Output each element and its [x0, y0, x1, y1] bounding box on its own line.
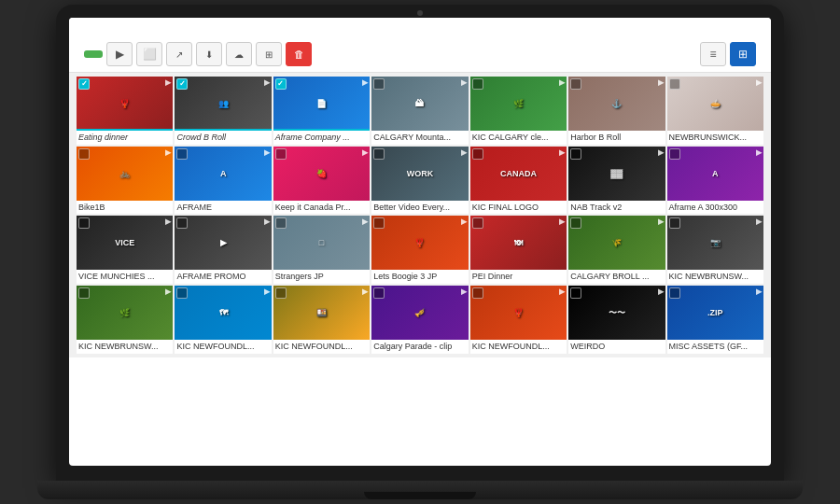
checkbox-icon[interactable] — [472, 148, 483, 160]
checkbox-icon[interactable] — [373, 217, 385, 229]
media-item[interactable]: 🍓▶Keep it Canada Pr... — [273, 147, 370, 215]
media-type-icon: ▶ — [461, 78, 467, 87]
media-item[interactable]: .zip▶MISC ASSETS (GF... — [667, 286, 763, 354]
cloud-button[interactable]: ☁ — [226, 42, 252, 66]
layout-button[interactable]: ⊞ — [256, 42, 282, 66]
media-item[interactable]: 🍽▶PEI Dinner — [470, 216, 567, 284]
media-type-icon: ▶ — [264, 217, 270, 226]
checkbox-icon[interactable] — [669, 148, 680, 160]
share-button[interactable]: ↗ — [166, 42, 192, 66]
checkbox-icon[interactable] — [570, 287, 581, 299]
media-item[interactable]: ▓▓▶NAB Track v2 — [568, 147, 665, 215]
media-item[interactable]: 📷▶KIC NEWBRUNSW... — [667, 216, 763, 284]
media-item[interactable]: 🍱▶KIC NEWFOUNDL... — [273, 286, 370, 354]
checkbox-icon[interactable] — [78, 148, 90, 160]
media-item-label: NEWBRUNSWICK... — [667, 131, 763, 145]
media-item-label: Aframe Company ... — [273, 131, 370, 145]
checkbox-icon[interactable] — [472, 287, 483, 299]
media-item[interactable]: 🎺▶Calgary Parade - clip — [371, 286, 468, 354]
media-type-icon: ▶ — [362, 148, 368, 157]
checkbox-icon[interactable] — [275, 217, 287, 229]
media-type-icon: ▶ — [559, 287, 565, 296]
checkbox-icon[interactable]: ✓ — [176, 78, 188, 90]
media-item[interactable]: WORK▶Better Video Every... — [371, 147, 468, 215]
media-type-icon: ▶ — [362, 217, 368, 226]
checkbox-icon[interactable] — [176, 148, 188, 160]
media-item-label: KIC FINAL LOGO — [470, 201, 567, 215]
media-type-icon: ▶ — [165, 78, 171, 87]
media-item[interactable]: 🗺▶KIC NEWFOUNDL... — [175, 286, 271, 354]
media-item[interactable]: 🦞▶Lets Boogie 3 JP — [371, 216, 468, 284]
media-item[interactable]: 〜〜▶WEIRDO — [568, 286, 665, 354]
checkbox-icon[interactable] — [472, 78, 483, 90]
media-item[interactable]: A▶Aframe A 300x300 — [667, 147, 763, 215]
media-item[interactable]: 🥧▶NEWBRUNSWICK... — [667, 77, 763, 145]
media-item[interactable]: A▶AFRAME — [175, 147, 271, 215]
media-item-label: KIC NEWFOUNDL... — [470, 340, 567, 354]
media-type-icon: ▶ — [461, 148, 467, 157]
media-type-icon: ▶ — [165, 148, 171, 157]
media-item[interactable]: 🌿▶KIC CALGARY cle... — [470, 77, 567, 145]
media-item-label: NAB Track v2 — [568, 201, 665, 215]
checkbox-icon[interactable] — [176, 217, 188, 229]
checkbox-icon[interactable] — [275, 287, 287, 299]
checkbox-icon[interactable] — [373, 78, 385, 90]
media-type-icon: ▶ — [756, 217, 762, 226]
media-item-label: PEI Dinner — [470, 270, 567, 284]
media-type-icon: ▶ — [264, 78, 270, 87]
media-item-label: Calgary Parade - clip — [371, 340, 468, 354]
media-item[interactable]: 🌿▶KIC NEWBRUNSW... — [77, 286, 173, 354]
media-item-label: Crowd B Roll — [175, 131, 271, 145]
checkbox-icon[interactable] — [373, 148, 385, 160]
media-item[interactable]: 🚲▶Bike1B — [77, 147, 173, 215]
checkbox-icon[interactable] — [570, 217, 581, 229]
media-item-label: CALGARY Mounta... — [371, 131, 468, 145]
media-item[interactable]: 🦞✓▶Eating dinner — [77, 77, 173, 145]
media-item[interactable]: CANADA▶KIC FINAL LOGO — [470, 147, 567, 215]
download-button[interactable]: ⬇ — [196, 42, 222, 66]
checkbox-icon[interactable] — [570, 148, 581, 160]
checkbox-icon[interactable] — [373, 287, 385, 299]
laptop-base — [37, 481, 803, 499]
checkbox-icon[interactable] — [78, 217, 90, 229]
checkbox-icon[interactable]: ✓ — [275, 78, 287, 90]
media-item[interactable]: VICE▶VICE MUNCHIES ... — [77, 216, 173, 284]
media-item[interactable]: 🏔▶CALGARY Mounta... — [371, 77, 468, 145]
media-type-icon: ▶ — [559, 78, 565, 87]
checkbox-icon[interactable] — [570, 78, 581, 90]
media-item[interactable]: 🌾▶CALGARY BROLL ... — [568, 216, 665, 284]
camera-dot — [417, 10, 423, 16]
selected-indicator — [273, 129, 370, 131]
checkbox-icon[interactable] — [78, 287, 90, 299]
media-type-icon: ▶ — [461, 217, 467, 226]
list-view-button[interactable]: ≡ — [700, 42, 726, 66]
media-type-icon: ▶ — [165, 217, 171, 226]
media-item[interactable]: 📄✓▶Aframe Company ... — [273, 77, 370, 145]
checkbox-icon[interactable] — [669, 217, 680, 229]
media-item[interactable]: ▶▶AFRAME PROMO — [175, 216, 271, 284]
checkbox-icon[interactable] — [275, 148, 287, 160]
grid-view-button[interactable]: ⊞ — [730, 42, 756, 66]
checkbox-icon[interactable] — [669, 287, 680, 299]
media-type-icon: ▶ — [264, 287, 270, 296]
media-item[interactable]: 👥✓▶Crowd B Roll — [175, 77, 271, 145]
selected-indicator — [77, 129, 173, 131]
delete-button[interactable]: 🗑 — [286, 42, 312, 66]
selected-count-badge[interactable] — [84, 50, 103, 58]
play-button[interactable]: ▶ — [106, 42, 133, 66]
checkbox-icon[interactable] — [176, 287, 188, 299]
preview-button[interactable]: ⬜ — [136, 42, 162, 66]
media-type-icon: ▶ — [559, 217, 565, 226]
media-item[interactable]: ⚓▶Harbor B Roll — [568, 77, 665, 145]
media-type-icon: ▶ — [559, 148, 565, 157]
media-item-label: Eating dinner — [77, 131, 173, 145]
checkbox-icon[interactable]: ✓ — [78, 78, 90, 90]
media-type-icon: ▶ — [756, 287, 762, 296]
media-item[interactable]: 🦞▶KIC NEWFOUNDL... — [470, 286, 567, 354]
media-item[interactable]: □▶Strangers JP — [273, 216, 370, 284]
checkbox-icon[interactable] — [669, 78, 680, 90]
media-type-icon: ▶ — [658, 148, 664, 157]
checkbox-icon[interactable] — [472, 217, 483, 229]
media-item-label: KIC NEWBRUNSW... — [667, 270, 763, 284]
media-item-label: Harbor B Roll — [568, 131, 665, 145]
